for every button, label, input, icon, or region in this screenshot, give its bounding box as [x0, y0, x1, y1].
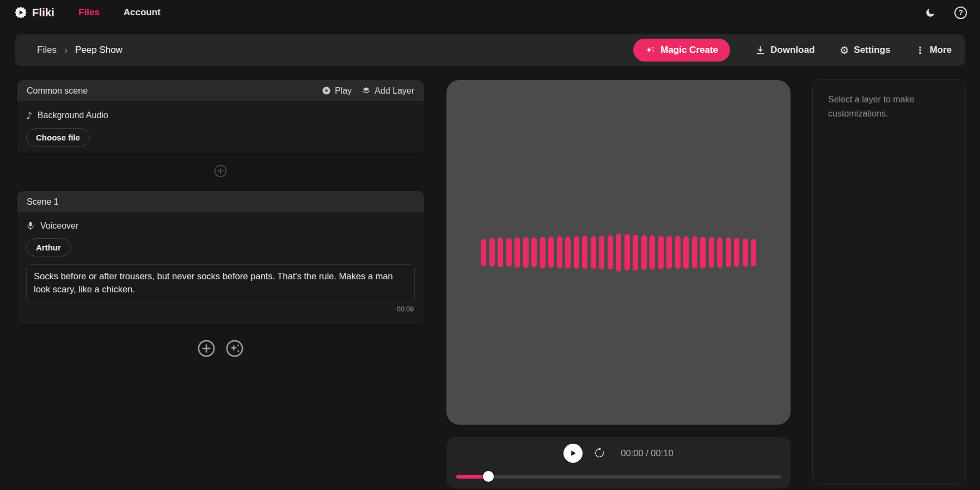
breadcrumb-chevron-icon: › [64, 45, 68, 56]
waveform-bar [650, 235, 655, 270]
waveform-bar [565, 237, 571, 268]
waveform-bar [683, 236, 689, 269]
video-preview[interactable] [446, 80, 791, 425]
waveform-bar [641, 235, 647, 270]
toolbar: Files › Peep Show Magic Create Download … [15, 34, 965, 66]
waveform-bar [599, 236, 604, 270]
common-scene-card: Common scene Play Add Layer ♪ Background… [17, 80, 424, 154]
background-audio-row: ♪ Background Audio [26, 110, 415, 121]
plus-circle-icon [213, 164, 228, 178]
waveform-bar [582, 236, 587, 269]
download-button[interactable]: Download [755, 45, 814, 56]
waveform-bar [743, 238, 748, 267]
add-layer-label: Add Layer [375, 86, 414, 96]
waveform-bar [658, 236, 664, 270]
layers-icon [362, 86, 371, 95]
waveform-bar [633, 235, 638, 271]
waveform-bar [624, 234, 630, 271]
help-button[interactable]: ? [954, 7, 967, 19]
download-label: Download [770, 45, 814, 56]
waveform-bar [675, 236, 681, 269]
more-label: More [929, 45, 952, 56]
sparkle-icon [645, 45, 656, 56]
microphone-icon [26, 221, 35, 231]
waveform-bar [523, 237, 529, 268]
background-audio-label: Background Audio [38, 111, 108, 120]
waveform-bar [726, 237, 731, 267]
moon-icon [924, 7, 936, 19]
magic-create-button[interactable]: Magic Create [633, 39, 730, 62]
waveform-bar [557, 236, 562, 268]
waveform-bar [531, 237, 537, 267]
breadcrumb: Files › Peep Show [37, 45, 122, 56]
layer-customization-panel: Select a layer to make customizations. [812, 79, 966, 485]
player-progress-thumb[interactable] [483, 471, 494, 482]
gear-icon: ⚙ [840, 44, 849, 56]
scene-header: Scene 1 [17, 191, 424, 212]
waveform-bar [574, 236, 579, 269]
settings-label: Settings [854, 45, 890, 56]
waveform-bar [700, 237, 706, 268]
fliki-brand[interactable]: Fliki [14, 6, 54, 19]
play-circle-icon [322, 86, 331, 95]
plus-circle-icon [197, 339, 216, 358]
add-common-layer-button[interactable] [213, 164, 228, 178]
common-scene-body: ♪ Background Audio Choose file [17, 101, 424, 154]
topnav-right: ? [924, 7, 967, 19]
time-display: 00:00 / 00:10 [621, 448, 673, 458]
waveform-bar [540, 237, 546, 268]
music-note-icon: ♪ [26, 110, 32, 121]
common-scene-title: Common scene [27, 86, 88, 96]
waveform-bar [498, 237, 503, 267]
fliki-logo-icon [14, 6, 27, 19]
nav-links: Files Account [78, 7, 161, 18]
waveform-bar [734, 238, 739, 267]
magic-sparkle-circle-icon [225, 339, 244, 358]
play-icon [569, 449, 577, 457]
play-label: Play [335, 86, 352, 96]
breadcrumb-current: Peep Show [75, 45, 122, 56]
theme-toggle-button[interactable] [924, 7, 936, 19]
progress-track[interactable] [456, 475, 781, 479]
common-scene-actions: Play Add Layer [322, 86, 414, 96]
voiceover-script-input[interactable]: Socks before or after trousers, but neve… [26, 264, 415, 302]
progress-slider[interactable] [456, 473, 781, 480]
waveform-bar [506, 238, 512, 267]
magic-add-scene-button[interactable] [225, 339, 244, 358]
scene-title: Scene 1 [27, 197, 59, 207]
nav-item-account[interactable]: Account [124, 7, 161, 18]
more-button[interactable]: ⋮ More [915, 45, 952, 56]
waveform-bar [608, 235, 613, 270]
scene-actions [17, 339, 424, 358]
loop-button[interactable] [593, 447, 605, 459]
waveform-bar [481, 239, 486, 266]
settings-button[interactable]: ⚙ Settings [840, 44, 890, 56]
loop-icon [593, 447, 605, 459]
waveform-bar [548, 237, 554, 268]
waveform [481, 234, 756, 272]
waveform-bar [591, 236, 596, 269]
layer-panel-empty-text: Select a layer to make customizations. [828, 93, 950, 121]
add-scene-button[interactable] [197, 339, 216, 358]
waveform-bar [709, 237, 714, 268]
waveform-bar [489, 238, 495, 267]
choose-file-button[interactable]: Choose file [26, 128, 90, 146]
play-toggle-button[interactable] [564, 444, 583, 463]
download-icon [755, 45, 765, 56]
play-scene-button[interactable]: Play [322, 86, 352, 96]
waveform-bar [717, 237, 722, 268]
kebab-menu-icon: ⋮ [915, 45, 924, 56]
add-layer-button[interactable]: Add Layer [362, 86, 414, 96]
waveform-bar [616, 234, 621, 272]
common-scene-header: Common scene Play Add Layer [17, 80, 424, 101]
waveform-bar [666, 236, 672, 269]
help-icon: ? [954, 7, 967, 19]
voiceover-label: Voiceover [40, 221, 78, 231]
voiceover-row: Voiceover [26, 221, 415, 231]
voice-chip[interactable]: Arthur [26, 238, 71, 256]
scene-duration: 00:09 [26, 305, 415, 313]
breadcrumb-files[interactable]: Files [37, 45, 57, 56]
player-controls: 00:00 / 00:10 [446, 443, 791, 463]
toolbar-actions: Magic Create Download ⚙ Settings ⋮ More [633, 39, 952, 62]
nav-item-files[interactable]: Files [78, 7, 100, 18]
